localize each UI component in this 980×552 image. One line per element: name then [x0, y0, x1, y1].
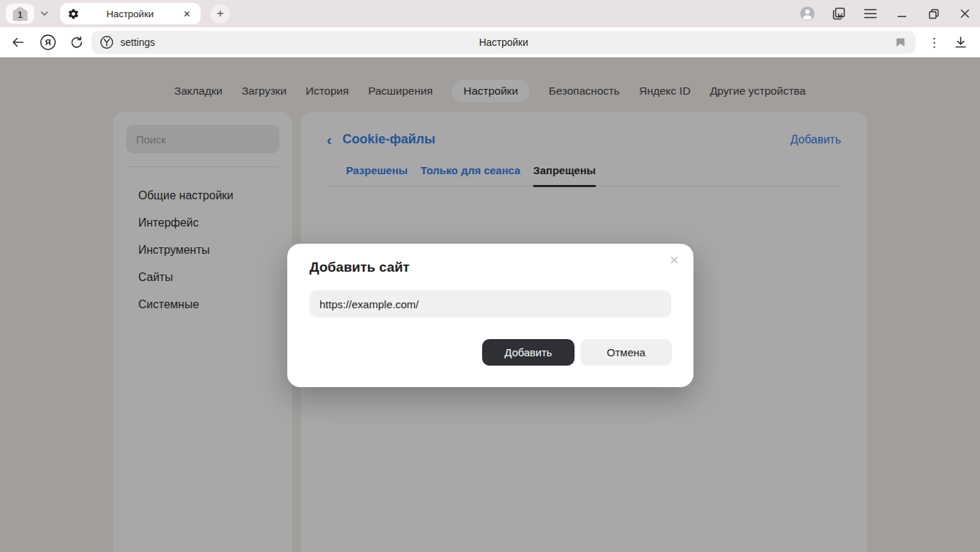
minimize-icon[interactable]: [894, 6, 910, 22]
kebab-menu-icon[interactable]: ⋮: [926, 35, 942, 50]
active-browser-tab[interactable]: Настройки ✕: [60, 3, 201, 24]
download-icon[interactable]: [950, 32, 971, 53]
cancel-button[interactable]: Отмена: [580, 339, 672, 366]
profile-avatar-icon[interactable]: [799, 6, 815, 22]
add-site-dialog: ✕ Добавить сайт Добавить Отмена: [287, 244, 693, 387]
svg-text:Я: Я: [45, 38, 51, 47]
site-badge-icon: [99, 34, 115, 50]
dialog-close-icon[interactable]: ✕: [666, 252, 682, 268]
browser-window: 1 Настройки ✕ +: [0, 0, 980, 552]
tab-title: Настройки: [80, 9, 181, 19]
side-panel-icon[interactable]: [831, 6, 847, 22]
back-icon[interactable]: [7, 32, 29, 53]
tabstrip-right-controls: [799, 0, 973, 27]
gear-icon: [67, 8, 80, 20]
tab-count-badge: 1: [13, 6, 28, 21]
new-tab-button[interactable]: +: [211, 4, 230, 24]
menu-icon[interactable]: [863, 6, 878, 22]
tab-strip: 1 Настройки ✕ +: [0, 0, 980, 27]
site-url-input[interactable]: [309, 290, 671, 318]
tabs-chevron-down-icon[interactable]: [34, 4, 54, 24]
bookmark-icon[interactable]: [893, 34, 908, 50]
page-title: Настройки: [92, 37, 916, 48]
browser-toolbar: Я settings Настройки ⋮: [0, 27, 980, 57]
tab-group-button[interactable]: 1: [6, 4, 34, 24]
url-text: settings: [120, 37, 155, 48]
address-bar[interactable]: settings Настройки: [92, 31, 916, 54]
dialog-title: Добавить сайт: [309, 260, 410, 275]
restore-icon[interactable]: [926, 6, 941, 22]
tab-close-icon[interactable]: ✕: [181, 9, 193, 19]
yandex-logo-icon[interactable]: Я: [37, 32, 59, 53]
add-button[interactable]: Добавить: [482, 339, 575, 366]
close-icon[interactable]: [957, 6, 973, 22]
dialog-actions: Добавить Отмена: [482, 339, 672, 366]
reload-icon[interactable]: [66, 32, 87, 53]
